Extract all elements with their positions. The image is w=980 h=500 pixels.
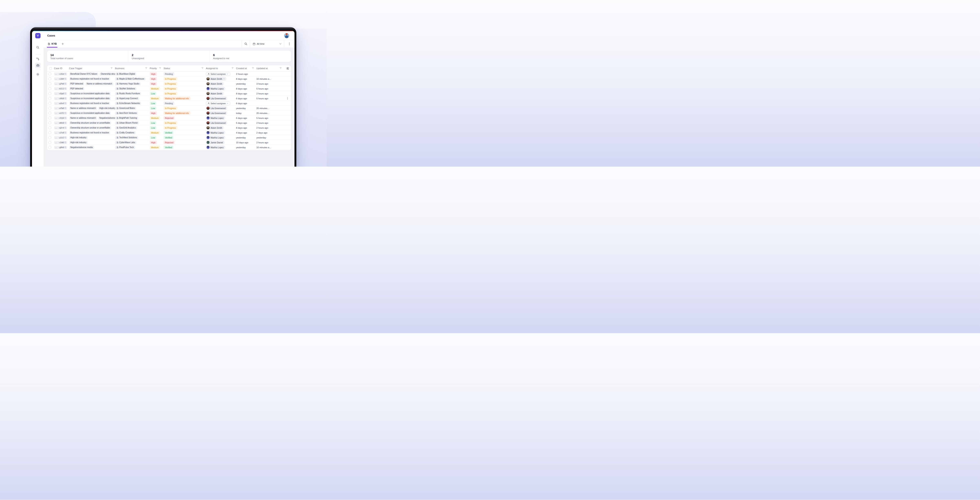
assignee-dropdown[interactable]: Adam Smith xyxy=(206,126,224,130)
table-row[interactable]: .. -m9n0 Ownership structure unclear or … xyxy=(47,120,291,125)
assignee-dropdown[interactable]: Martha Lopez xyxy=(206,145,225,149)
row-checkbox[interactable] xyxy=(48,117,51,119)
case-id-chip[interactable]: .. -g7h8 xyxy=(54,82,67,85)
status-badge: In Progress xyxy=(164,121,177,125)
user-avatar[interactable] xyxy=(284,33,289,38)
table-row[interactable]: .. -q3r4 Ownership structure unclear or … xyxy=(47,125,291,130)
search-button[interactable] xyxy=(242,40,250,48)
assignee-dropdown[interactable]: Martha Lopez xyxy=(206,131,225,134)
row-checkbox[interactable] xyxy=(48,77,51,80)
assignee-dropdown[interactable]: Jamie Daniel xyxy=(206,141,224,144)
row-checkbox[interactable] xyxy=(48,73,51,75)
status-badge: Pending xyxy=(164,72,174,76)
row-checkbox[interactable] xyxy=(48,126,51,129)
col-status: Status xyxy=(164,67,206,70)
copy-icon xyxy=(64,132,66,134)
app-logo[interactable] xyxy=(35,33,41,38)
case-id-chip[interactable]: .. -s9t0 xyxy=(54,97,67,100)
priority-badge: High xyxy=(150,141,157,144)
assignee-dropdown[interactable]: Lila Greenwood xyxy=(206,96,227,100)
table-row[interactable]: .. -i5j6 Name or address mismatchNegativ… xyxy=(47,116,291,120)
assignee-dropdown[interactable]: Martha Lopez xyxy=(206,87,225,91)
building-icon xyxy=(48,43,50,45)
sidebar-item-settings[interactable] xyxy=(35,71,41,77)
select-all-checkbox[interactable] xyxy=(49,67,52,70)
case-id-chip[interactable]: .. -q3r4 xyxy=(54,126,67,129)
table-row[interactable]: .. -c5d6 High-risk industry CyberWave La… xyxy=(47,140,291,145)
filter-funnel-icon[interactable] xyxy=(201,67,204,70)
sidebar-item-workflows[interactable] xyxy=(35,56,41,62)
assignee-dropdown[interactable]: Martha Lopez xyxy=(206,116,225,120)
filter-funnel-icon xyxy=(252,67,254,69)
row-checkbox[interactable] xyxy=(48,136,51,139)
table-row[interactable]: .. -k1l2 PEP detected SkyNet Solutions M… xyxy=(47,86,291,91)
row-checkbox[interactable] xyxy=(48,92,51,95)
row-actions-button[interactable] xyxy=(286,97,289,100)
assignee-dropdown[interactable]: Martha Lopez xyxy=(206,136,225,139)
table-row[interactable]: .. -c31d Beneficial Owner KYC failureOwn… xyxy=(47,72,291,77)
case-id-chip[interactable]: .. -u7v8 xyxy=(54,131,67,134)
row-checkbox[interactable] xyxy=(48,146,51,149)
case-id-chip[interactable]: .. -c31d xyxy=(54,73,67,75)
filter-funnel-icon xyxy=(280,67,282,69)
table-row[interactable]: .. -g9h0 Negative/adverse media PixelPul… xyxy=(47,145,291,150)
table-row[interactable]: .. -a7b8 Name or address mismatchHigh-ri… xyxy=(47,106,291,111)
table-row[interactable]: .. -e1f2 Suspicious or inconsistent appl… xyxy=(47,111,291,116)
table-row[interactable]: .. -g7h8 PEP detectedName or address mis… xyxy=(47,81,291,86)
date-filter-dropdown[interactable]: All time xyxy=(250,40,284,48)
row-checkbox[interactable] xyxy=(48,131,51,134)
kebab-menu-icon xyxy=(287,97,288,100)
table-row[interactable]: .. -s9t0 Suspicious or inconsistent appl… xyxy=(47,96,291,101)
case-id-chip[interactable]: .. -a7b8 xyxy=(54,107,67,110)
filter-funnel-icon[interactable] xyxy=(145,67,147,70)
filter-funnel-icon[interactable] xyxy=(280,67,282,70)
business-chip: GeoGrid Analytics xyxy=(115,126,137,129)
row-checkbox[interactable] xyxy=(48,102,51,105)
row-checkbox[interactable] xyxy=(48,97,51,100)
filter-funnel-icon[interactable] xyxy=(111,67,113,70)
case-id-chip[interactable]: .. -c3d4 xyxy=(54,77,67,80)
row-checkbox[interactable] xyxy=(48,82,51,85)
assignee-dropdown[interactable]: Adam Smith xyxy=(206,77,226,81)
row-checkbox[interactable] xyxy=(48,107,51,110)
select-assignee-button[interactable]: Select assignee xyxy=(206,101,230,105)
kebab-menu-icon xyxy=(289,42,290,45)
column-settings-button[interactable] xyxy=(284,67,291,70)
sidebar-item-cases[interactable] xyxy=(35,62,41,68)
row-checkbox[interactable] xyxy=(48,121,51,124)
row-checkbox[interactable] xyxy=(48,112,51,114)
row-checkbox[interactable] xyxy=(48,141,51,144)
case-id-chip[interactable]: .. -g9h0 xyxy=(54,146,67,149)
updated-at-value: 3 hours ago xyxy=(256,83,268,85)
created-at-value: 8 days ago xyxy=(236,93,247,95)
case-id-chip[interactable]: .. -k1l2 xyxy=(54,87,67,90)
table-row[interactable]: .. -c3d4 Business registration not found… xyxy=(47,77,291,81)
table-row[interactable]: .. -w3x4 Business registration not found… xyxy=(47,101,291,106)
assignee-dropdown[interactable]: Adam Smith xyxy=(206,91,224,96)
table-row[interactable]: .. -y1z2 High-risk industry TechNest Sol… xyxy=(47,135,291,140)
table-row[interactable]: .. -u7v8 Business registration not found… xyxy=(47,130,291,135)
case-id-chip[interactable]: .. -y1z2 xyxy=(54,136,67,139)
filter-funnel-icon[interactable] xyxy=(232,67,234,70)
case-id-chip[interactable]: .. -e1f2 xyxy=(54,112,67,115)
case-id-chip[interactable]: .. -c5d6 xyxy=(54,141,67,144)
more-options-button[interactable] xyxy=(284,40,294,48)
case-id-chip[interactable]: .. -m9n0 xyxy=(54,121,67,125)
assignee-dropdown[interactable]: Lila Greenwood xyxy=(206,121,227,125)
row-checkbox[interactable] xyxy=(48,87,51,90)
assignee-dropdown[interactable]: Lila Greenwood xyxy=(206,111,227,115)
select-assignee-button[interactable]: Select assignee xyxy=(206,72,230,76)
case-id-chip[interactable]: .. -o5p6 xyxy=(54,92,67,95)
case-id-chip[interactable]: .. -i5j6 xyxy=(54,117,67,120)
filter-funnel-icon[interactable] xyxy=(252,67,254,70)
search-icon xyxy=(244,42,247,45)
filter-funnel-icon[interactable] xyxy=(159,67,161,70)
assignee-dropdown[interactable]: Lila Greenwood xyxy=(206,106,227,110)
tab-kyb[interactable]: KYB xyxy=(47,40,57,48)
stat-total-cases: 14 Total number of cases xyxy=(47,51,128,62)
case-id-chip[interactable]: .. -w3x4 xyxy=(54,102,67,105)
assignee-dropdown[interactable]: Adam Smith xyxy=(206,82,224,86)
table-row[interactable]: .. -o5p6 Suspicious or inconsistent appl… xyxy=(47,91,291,96)
sidebar-item-search[interactable] xyxy=(35,45,41,50)
add-tab-button[interactable] xyxy=(62,43,64,45)
